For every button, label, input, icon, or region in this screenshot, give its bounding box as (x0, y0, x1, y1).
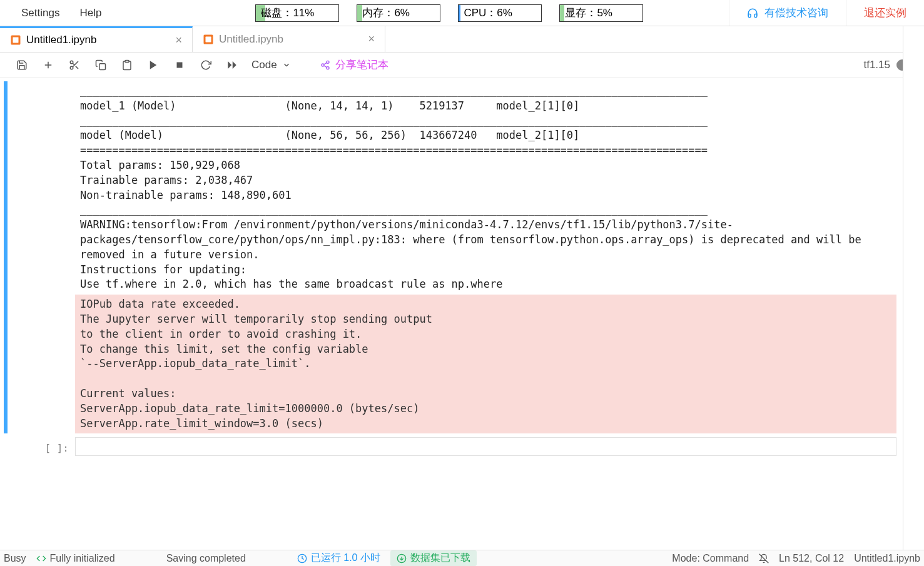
toolbar: Code 分享笔记本 tf1.15 (0, 53, 924, 78)
save-button[interactable] (9, 54, 35, 76)
svg-point-19 (322, 64, 324, 66)
stat-cpu: CPU：6% (458, 4, 542, 22)
cell-type-select[interactable]: Code (245, 59, 314, 71)
stat-disk: 磁盘：11% (255, 4, 339, 22)
run-all-button[interactable] (219, 54, 245, 76)
svg-line-11 (73, 63, 74, 65)
jupyter-icon (203, 34, 214, 45)
tech-consult-link[interactable]: 有偿技术咨询 (729, 0, 846, 26)
chevron-down-icon (282, 61, 291, 69)
share-notebook-link[interactable]: 分享笔记本 (314, 58, 395, 72)
restart-button[interactable] (193, 54, 219, 76)
tab-label: Untitled1.ipynb (26, 34, 96, 46)
tabs-row: Untitled1.ipynb × Untitled.ipynb × (0, 26, 924, 53)
kernel-name[interactable]: tf1.15 (863, 59, 890, 71)
svg-point-20 (327, 66, 329, 69)
svg-rect-1 (13, 38, 19, 43)
share-icon (320, 60, 330, 70)
close-icon[interactable]: × (175, 34, 182, 47)
stat-gpu: 显存：5% (559, 4, 643, 22)
right-rail (903, 26, 924, 78)
svg-point-8 (70, 66, 73, 69)
svg-rect-15 (177, 62, 183, 68)
system-stats: 磁盘：11% 内存：6% CPU：6% 显存：5% (255, 4, 643, 22)
svg-rect-3 (206, 36, 211, 42)
svg-rect-12 (99, 63, 106, 69)
svg-line-10 (76, 66, 78, 68)
svg-line-21 (324, 66, 327, 68)
cut-button[interactable] (61, 54, 88, 76)
headphones-icon (747, 8, 758, 19)
topbar: Settings Help 磁盘：11% 内存：6% CPU：6% 显存：5% … (0, 0, 924, 26)
tab-label: Untitled.ipynb (219, 33, 283, 46)
svg-point-7 (70, 61, 73, 64)
return-instance-link[interactable]: 退还实例 (846, 0, 924, 26)
svg-marker-14 (150, 61, 157, 69)
close-icon[interactable]: × (368, 33, 375, 46)
add-cell-button[interactable] (35, 54, 61, 76)
run-button[interactable] (140, 54, 166, 76)
paste-button[interactable] (114, 54, 140, 76)
stop-button[interactable] (166, 54, 193, 76)
menu-settings[interactable]: Settings (11, 2, 69, 24)
menu-help[interactable]: Help (69, 2, 111, 24)
svg-line-22 (324, 63, 327, 64)
copy-button[interactable] (88, 54, 114, 76)
svg-marker-17 (233, 61, 236, 69)
svg-marker-16 (228, 61, 231, 69)
menus: Settings Help (0, 2, 111, 24)
svg-point-18 (327, 61, 329, 63)
stat-memory: 内存：6% (357, 4, 440, 22)
svg-rect-13 (125, 60, 129, 62)
jupyter-icon (10, 34, 21, 46)
tab-untitled[interactable]: Untitled.ipynb × (193, 26, 385, 52)
tab-untitled1[interactable]: Untitled1.ipynb × (0, 26, 193, 52)
